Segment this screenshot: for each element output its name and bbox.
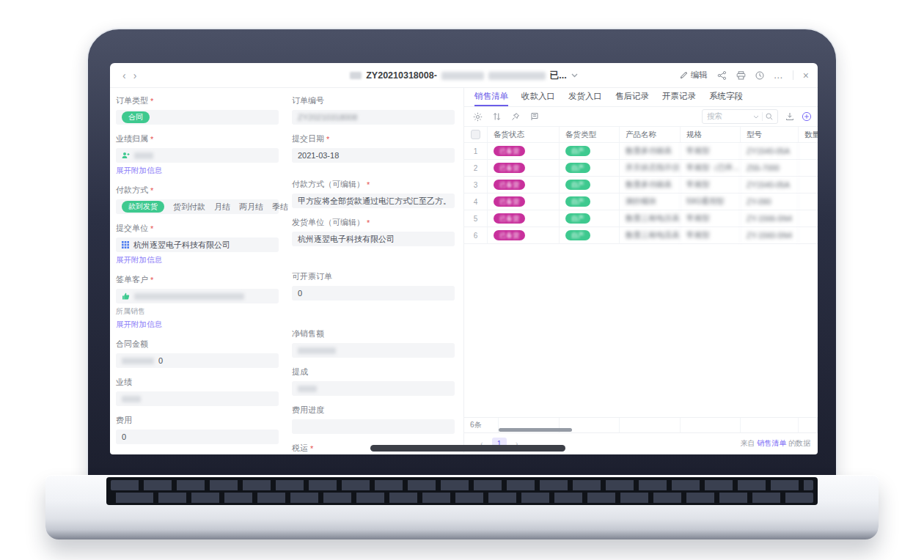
model-cell: ZY1540-05A — [741, 177, 799, 193]
product-name-cell: 数显多功能表 — [620, 177, 681, 193]
nav-forward-button[interactable]: › — [130, 70, 141, 81]
field-payment-editable: 付款方式（可编辑）* 甲方应将全部货款通过电汇方式汇至乙方。 — [292, 179, 455, 208]
printer-icon[interactable] — [736, 71, 746, 80]
net-sales-value — [292, 343, 455, 358]
expand-info-link[interactable]: 展开附加信息 — [116, 166, 279, 176]
tab-invoice-records[interactable]: 开票记录 — [662, 88, 696, 106]
col-header: 数量 — [799, 127, 818, 142]
submit-date-text: 2021-03-18 — [298, 151, 339, 160]
laptop-keyboard — [106, 477, 818, 505]
field-label: 付款方式 — [116, 185, 148, 196]
chevron-down-icon[interactable] — [753, 115, 759, 119]
performance-value — [116, 391, 279, 406]
qty-cell — [799, 160, 818, 176]
stock-status-badge: 已备货 — [494, 213, 525, 224]
qty-cell — [799, 227, 818, 243]
section-gap — [292, 172, 455, 179]
submit-date-value: 2021-03-18 — [292, 148, 455, 163]
select-all-checkbox[interactable] — [471, 130, 480, 139]
stock-type-badge: 自产 — [565, 230, 590, 240]
product-name-cell: 数显三相电流表 — [620, 227, 681, 243]
table-row[interactable]: 1 已备货 自产 数显多功能表 常规型 ZY1540-05A — [464, 143, 818, 160]
chevron-down-icon[interactable] — [571, 73, 578, 78]
expand-info-link[interactable]: 展开附加信息 — [116, 255, 279, 265]
field-label: 业绩归属 — [116, 133, 148, 144]
stock-type-badge: 自产 — [565, 180, 590, 190]
row-number: 4 — [464, 194, 488, 210]
search-placeholder: 搜索 — [707, 111, 750, 122]
cost-progress-value — [292, 419, 455, 434]
edit-label: 编辑 — [691, 70, 708, 81]
page-horizontal-scrollbar[interactable] — [370, 445, 565, 452]
field-commission: 提成 — [292, 366, 455, 396]
spec-cell: 常规型 — [681, 177, 741, 193]
required-asterisk: * — [150, 97, 153, 106]
search-input[interactable]: 搜索 — [702, 109, 778, 124]
pencil-icon — [680, 71, 688, 79]
field-payment-method: 付款方式* 款到发货 货到付款 月结 两月结 季结 — [116, 185, 279, 214]
sort-icon[interactable] — [493, 112, 501, 121]
table-row[interactable]: 6 已备货 自产 数显三相电流表 常规型 ZY-1560-5N4 — [464, 227, 818, 244]
payment-editable-text: 甲方应将全部货款通过电汇方式汇至乙方。 — [298, 196, 451, 207]
pin-icon[interactable] — [511, 112, 520, 121]
share-icon[interactable] — [717, 71, 727, 80]
payment-option[interactable]: 月结 — [214, 202, 230, 213]
table-row[interactable]: 4 已备货 自产 测控模块 59G通用型 ZY-090 — [464, 194, 818, 210]
stock-status-badge: 已备货 — [494, 163, 525, 173]
tab-shipping-entry[interactable]: 发货入口 — [568, 88, 602, 106]
payment-option[interactable]: 季结 — [272, 202, 288, 213]
customer-sub-label: 所属销售 — [116, 306, 279, 317]
ship-unit-value: 杭州逐翌电子科技有限公司 — [292, 232, 455, 246]
stock-status-badge: 已备货 — [494, 180, 525, 190]
tab-system-fields[interactable]: 系统字段 — [709, 88, 743, 106]
required-asterisk: * — [150, 224, 153, 233]
clock-icon[interactable] — [755, 71, 764, 80]
payment-option[interactable]: 两月结 — [239, 202, 263, 213]
payment-option[interactable]: 货到付款 — [173, 202, 205, 213]
sales-list-table: 备货状态 备货类型 产品名称 规格 型号 数量 1 已备货 自产 数显多功能表 … — [464, 126, 818, 244]
thumb-up-icon — [122, 292, 130, 300]
table-row[interactable]: 2 已备货 自产 开关状态指示仪 常规型（已停... Z55-7000 — [464, 160, 818, 177]
edit-button[interactable]: 编辑 — [680, 70, 708, 81]
order-no-value: ZY20210318008 — [292, 110, 455, 125]
download-icon[interactable] — [785, 112, 794, 121]
cost-value: 0 — [116, 430, 279, 444]
required-asterisk: * — [150, 186, 153, 195]
redacted-value — [298, 386, 317, 392]
nav-back-button[interactable]: ‹ — [119, 70, 130, 81]
field-cost: 费用 0 — [116, 415, 279, 444]
section-gap — [292, 255, 455, 271]
stock-status-badge: 已备货 — [494, 196, 525, 207]
gear-icon[interactable] — [473, 112, 483, 122]
table-row[interactable]: 5 已备货 自产 数显三相电压表 常规型 ZY-1566-5N4 — [464, 210, 818, 227]
field-ship-unit: 发货单位（可编辑）* 杭州逐翌电子科技有限公司 — [292, 217, 455, 246]
order-no-text: ZY20210318008 — [298, 113, 357, 122]
tab-aftersales-records[interactable]: 售后记录 — [615, 88, 649, 106]
close-button[interactable]: × — [803, 70, 809, 81]
source-suffix: 的数据 — [788, 439, 810, 447]
detail-form: 订单类型* 合同 业绩归属* 展开附加信息 — [110, 88, 464, 454]
more-button[interactable]: … — [774, 70, 783, 81]
table-empty-space — [464, 244, 818, 417]
table-row[interactable]: 3 已备货 自产 数显多功能表 常规型 ZY1540-05A — [464, 177, 818, 194]
page-title-order-no: ZY20210318008- — [366, 70, 437, 81]
record-tag-redacted — [350, 72, 362, 79]
source-prefix: 来自 — [740, 439, 755, 447]
col-header: 规格 — [681, 127, 741, 142]
table-horizontal-scrollbar[interactable] — [499, 428, 572, 432]
expand-info-link[interactable]: 展开附加信息 — [116, 320, 279, 330]
submit-unit-value: 杭州逐翌电子科技有限公司 — [116, 237, 279, 252]
tab-sales-list[interactable]: 销售清单 — [474, 88, 508, 106]
invoiceable-number: 0 — [298, 289, 302, 298]
related-panel: 销售清单 收款入口 发货入口 售后记录 开票记录 系统字段 — [464, 88, 818, 454]
payment-option-selected[interactable]: 款到发货 — [122, 201, 164, 213]
source-link[interactable]: 销售清单 — [757, 439, 786, 447]
stock-type-badge: 自产 — [565, 213, 590, 224]
add-record-icon[interactable] — [802, 111, 812, 122]
filter-icon[interactable] — [530, 112, 539, 121]
search-icon[interactable] — [766, 113, 773, 120]
contract-amount-value: 0 — [116, 353, 279, 368]
order-type-badge: 合同 — [122, 111, 150, 123]
tab-collection-entry[interactable]: 收款入口 — [521, 88, 555, 106]
field-net-sales: 净销售额 — [292, 328, 455, 358]
